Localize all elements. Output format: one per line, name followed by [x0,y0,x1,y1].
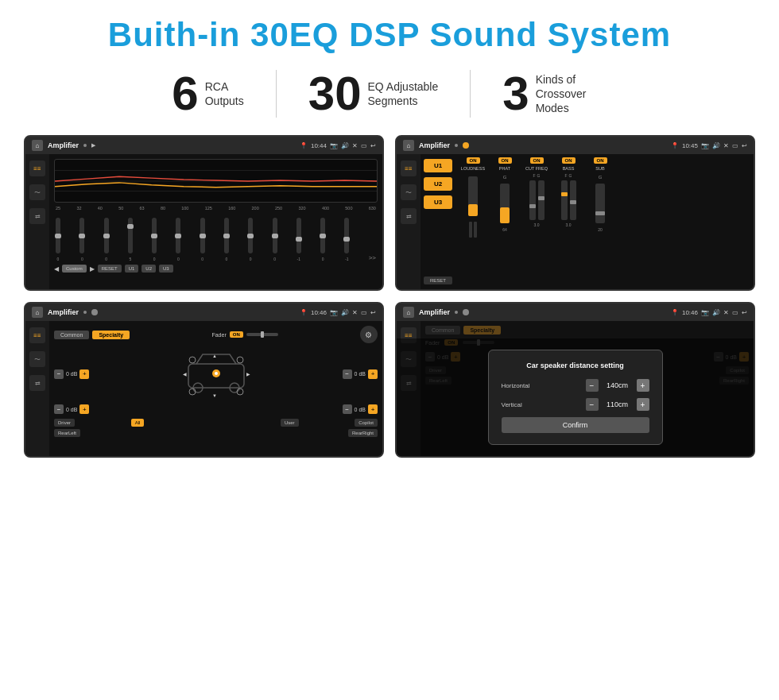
camera-icon-tl: 📷 [330,142,338,149]
eq-track-10[interactable] [273,218,277,253]
eq-track-5[interactable] [152,218,157,253]
eq-icon-3[interactable]: ⇄ [29,208,45,224]
db-plus-3[interactable]: + [79,404,89,414]
eq-track-6[interactable] [176,218,180,253]
reset-btn-tr[interactable]: RESET [424,277,452,284]
sub-slider[interactable] [595,184,605,223]
modal-vertical-row: Vertical − 110cm + [502,398,649,411]
sub-g-label: G [599,175,603,180]
loudness-slider[interactable] [468,176,478,216]
loudness-on[interactable]: ON [467,157,480,164]
u123-icon-2[interactable]: 〜 [401,184,417,200]
specialty-tab-bl[interactable]: Specialty [92,331,130,339]
phat-on[interactable]: ON [498,157,512,164]
svg-point-7 [215,372,218,375]
eq-track-11[interactable] [296,218,301,253]
cross-icon-1[interactable]: ≡≡ [29,327,45,343]
eq-track-1[interactable] [56,218,60,253]
cross-icon-2[interactable]: 〜 [29,351,45,367]
home-icon-tr[interactable]: ⌂ [403,140,414,151]
settings-circle-btn[interactable]: ⚙ [360,326,378,343]
eq-track-13[interactable] [344,218,349,253]
statusbar-left-br: ⌂ Amplifier [403,307,469,318]
vertical-plus-btn[interactable]: + [637,398,649,411]
u2-btn[interactable]: U2 [424,177,452,191]
eq-track-12[interactable] [320,218,325,253]
eq-track-4[interactable] [128,218,133,253]
common-tab-bl[interactable]: Common [54,331,89,339]
horizontal-stepper: − 140cm + [586,379,649,392]
stat-crossover-number: 3 [502,70,529,118]
channel-sub: ON SUB G 20 [586,157,614,286]
eq-custom-btn[interactable]: Custom [62,265,87,273]
horizontal-minus-btn[interactable]: − [586,379,599,392]
db-plus-2[interactable]: + [368,369,378,379]
eq-val-11: -1 [297,257,300,261]
all-btn-bl[interactable]: All [131,419,145,427]
home-icon-br[interactable]: ⌂ [403,307,414,318]
eq-icon-1[interactable]: ≡≡ [29,160,45,176]
u123-icon-3[interactable]: ⇄ [401,208,417,224]
sub-on[interactable]: ON [594,157,607,164]
fader-track[interactable] [246,333,278,336]
car-svg: ▲ ▼ ◀ ▶ [180,348,252,400]
db-minus-4[interactable]: − [343,404,352,414]
cutfreq-on[interactable]: ON [530,157,544,164]
bass-on[interactable]: ON [562,157,576,164]
eq-icon-2[interactable]: 〜 [29,184,45,200]
eq-slider-12: 0 [320,218,325,261]
eq-track-2[interactable] [79,218,84,253]
channel-bass: ON BASS F G [554,157,583,286]
bass-g-slider[interactable] [570,180,576,220]
cross-bottom-btns-2: RearLeft RearRight [54,429,378,437]
eq-more-arrows[interactable]: >> [369,254,376,261]
eq-u1-btn[interactable]: U1 [125,265,139,273]
home-icon[interactable]: ⌂ [32,140,43,151]
eq-prev-btn[interactable]: ◀ [54,265,59,273]
vertical-minus-btn[interactable]: − [586,398,599,411]
eq-val-12: 0 [322,257,324,261]
rearleft-btn-bl[interactable]: RearLeft [54,429,80,437]
eq-track-8[interactable] [224,218,229,253]
statusbar-left-tr: ⌂ Amplifier [403,140,469,151]
horizontal-plus-btn[interactable]: + [637,379,649,392]
user-btn-bl[interactable]: User [281,419,299,427]
eq-u2-btn[interactable]: U2 [141,265,156,273]
eq-next-btn[interactable]: ▶ [90,265,95,273]
db-minus-3[interactable]: − [54,404,64,414]
location-icon-br: 📍 [671,309,679,316]
driver-btn-bl[interactable]: Driver [54,419,75,427]
fader-on-badge[interactable]: ON [230,331,243,338]
home-icon-bl[interactable]: ⌂ [32,307,43,318]
db-control-3: − 0 dB + [54,404,89,414]
copilot-btn-bl[interactable]: Copilot [355,419,378,427]
eq-track-7[interactable] [200,218,205,253]
cutfreq-labels: F G [533,173,541,178]
eq-reset-btn[interactable]: RESET [98,265,122,273]
eq-graph [54,159,378,203]
eq-slider-1: 0 [56,218,60,261]
window-icon-br: ▭ [732,309,738,316]
db-minus-1[interactable]: − [54,369,64,379]
page-title: Buith-in 30EQ DSP Sound System [24,16,755,54]
cutfreq-g-slider[interactable] [538,180,545,220]
u123-icon-1[interactable]: ≡≡ [401,160,417,176]
u1-btn[interactable]: U1 [424,159,452,172]
rearright-btn-bl[interactable]: RearRight [348,429,378,437]
db-plus-4[interactable]: + [368,404,378,414]
back-icon-br: ↩ [742,309,747,316]
db-plus-1[interactable]: + [79,369,89,379]
eq-label-160: 160 [228,206,235,211]
u3-btn[interactable]: U3 [424,195,452,209]
gray-dot-bl [91,309,98,315]
bass-f-slider[interactable] [561,180,568,220]
confirm-button[interactable]: Confirm [502,417,649,433]
eq-u3-btn[interactable]: U3 [159,265,173,273]
phat-slider[interactable] [500,184,510,223]
volume-icon-tr: 🔊 [712,142,720,149]
cross-icon-3[interactable]: ⇄ [29,375,45,391]
eq-track-9[interactable] [248,218,253,253]
eq-track-3[interactable] [104,218,109,253]
db-minus-2[interactable]: − [343,369,352,379]
cutfreq-f-slider[interactable] [529,180,536,220]
